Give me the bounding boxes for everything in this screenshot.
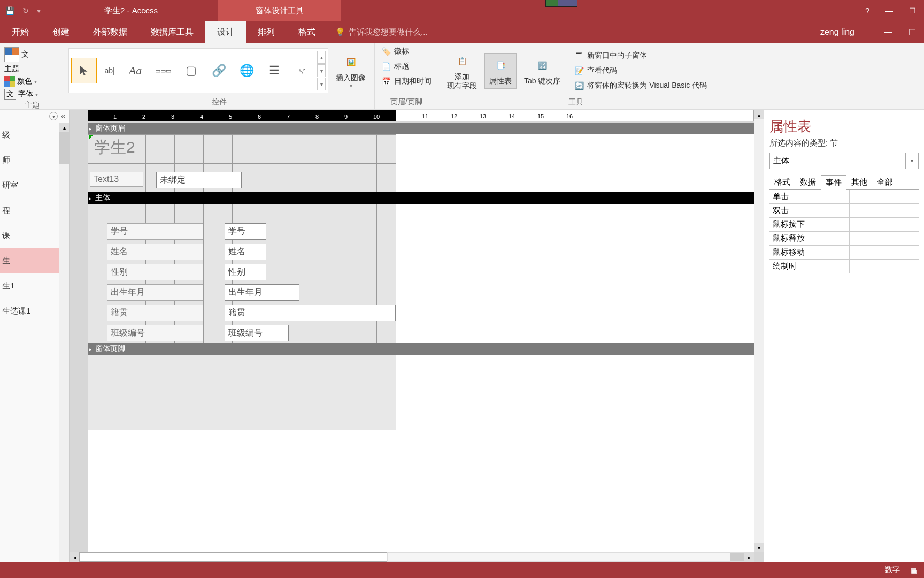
- gallery-webbrowser[interactable]: 🌐: [234, 58, 259, 83]
- nav-item[interactable]: 生: [0, 248, 69, 273]
- nav-item[interactable]: 生1: [0, 273, 69, 299]
- hscroll-track[interactable]: [387, 552, 744, 562]
- gallery-tab[interactable]: ▢: [178, 58, 204, 83]
- tab-arrange[interactable]: 排列: [246, 21, 287, 43]
- field-label[interactable]: 学号: [107, 223, 203, 240]
- field-label[interactable]: 性别: [107, 264, 203, 280]
- tab-start[interactable]: 开始: [0, 21, 41, 43]
- field-label[interactable]: 班级编号: [107, 325, 203, 341]
- view-code-button[interactable]: 📝查看代码: [572, 64, 709, 77]
- text13-label[interactable]: Text13: [90, 172, 143, 187]
- gallery-scroll-up[interactable]: ▴: [317, 51, 326, 64]
- colors-button[interactable]: 颜色▾: [4, 76, 37, 87]
- logo-button[interactable]: 🏷️徽标: [379, 45, 411, 58]
- form-canvas[interactable]: 窗体页眉 学生2 Text13 未绑定 主体 学号学号姓名姓名性别性别出生年月出…: [88, 123, 754, 552]
- nav-item[interactable]: 程: [0, 198, 69, 223]
- ribbon-restore-icon[interactable]: ☐: [908, 27, 916, 37]
- vscroll-down[interactable]: ▾: [754, 543, 764, 552]
- tab-format[interactable]: 格式: [287, 21, 327, 43]
- form-footer-section[interactable]: [88, 355, 396, 430]
- field-textbox[interactable]: 姓名: [225, 244, 266, 260]
- property-value[interactable]: [850, 218, 919, 231]
- field-label[interactable]: 姓名: [107, 244, 203, 260]
- prop-tab-all[interactable]: 全部: [872, 174, 898, 189]
- tab-database-tools[interactable]: 数据库工具: [139, 21, 205, 43]
- gallery-textbox[interactable]: ab|: [99, 58, 120, 83]
- property-selector-dropdown[interactable]: ▾: [906, 153, 919, 169]
- section-bar-header[interactable]: 窗体页眉: [88, 123, 754, 134]
- tab-order-button[interactable]: 🔢 Tab 键次序: [520, 54, 565, 88]
- form-header-section[interactable]: 学生2 Text13 未绑定: [88, 134, 396, 192]
- hscroll-thumb[interactable]: [730, 553, 744, 561]
- fonts-button[interactable]: 文 字体▾: [4, 89, 38, 100]
- property-value[interactable]: [850, 260, 919, 273]
- help-icon[interactable]: ?: [865, 6, 869, 15]
- subform-new-button[interactable]: 🗔新窗口中的子窗体: [572, 49, 709, 62]
- property-object-selector[interactable]: [769, 153, 906, 169]
- form-title-label[interactable]: 学生2: [91, 136, 138, 158]
- section-bar-detail[interactable]: 主体: [88, 192, 754, 204]
- gallery-select-tool[interactable]: [71, 58, 97, 83]
- field-textbox[interactable]: 性别: [225, 264, 266, 280]
- section-bar-footer[interactable]: 窗体页脚: [88, 343, 754, 355]
- field-label[interactable]: 籍贯: [107, 305, 203, 321]
- qat-more-icon[interactable]: ▾: [37, 6, 41, 15]
- field-textbox[interactable]: 学号: [225, 223, 266, 240]
- horizontal-scrollbar[interactable]: ◂ ▸: [70, 552, 754, 562]
- insert-image-button[interactable]: 🖼️ 插入图像 ▾: [332, 50, 370, 91]
- minimize-icon[interactable]: —: [886, 6, 893, 15]
- tab-design[interactable]: 设计: [205, 21, 246, 43]
- nav-item[interactable]: 生选课1: [0, 299, 69, 324]
- gallery-hyperlink[interactable]: 🔗: [206, 58, 232, 83]
- prop-tab-event[interactable]: 事件: [821, 175, 846, 190]
- gallery-navigation[interactable]: ☰: [261, 58, 287, 83]
- vscroll-up[interactable]: ▴: [754, 110, 764, 119]
- nav-scrollbar[interactable]: ▴: [59, 123, 69, 562]
- form-detail-section[interactable]: 学号学号姓名姓名性别性别出生年月出生年月籍贯籍贯班级编号班级编号: [88, 204, 396, 343]
- nav-scroll-up[interactable]: ▴: [59, 123, 69, 132]
- date-time-button[interactable]: 📅日期和时间: [379, 75, 434, 88]
- tab-external-data[interactable]: 外部数据: [81, 21, 139, 43]
- convert-macro-button[interactable]: 🔄将窗体的宏转换为 Visual Basic 代码: [572, 79, 709, 92]
- hscroll-left[interactable]: ◂: [70, 552, 79, 562]
- gallery-label[interactable]: Aa: [122, 58, 148, 83]
- save-icon[interactable]: 💾: [5, 6, 14, 15]
- prop-tab-format[interactable]: 格式: [769, 174, 795, 189]
- user-name[interactable]: zeng ling: [820, 21, 854, 43]
- field-textbox[interactable]: 班级编号: [225, 325, 289, 341]
- gallery-more[interactable]: ▾: [317, 78, 326, 90]
- nav-item[interactable]: 课: [0, 223, 69, 248]
- horizontal-ruler[interactable]: 111213141516: [396, 110, 754, 121]
- gallery-button[interactable]: ▭▭▭: [150, 58, 176, 83]
- add-fields-button[interactable]: 📋 添加 现有字段: [443, 49, 481, 93]
- nav-scroll-thumb[interactable]: [59, 132, 69, 164]
- nav-item[interactable]: 级: [0, 123, 69, 148]
- redo-icon[interactable]: ↻: [22, 6, 29, 15]
- themes-button[interactable]: 文: [4, 47, 29, 62]
- prop-tab-data[interactable]: 数据: [795, 174, 821, 189]
- property-value[interactable]: [850, 246, 919, 259]
- tab-create[interactable]: 创建: [41, 21, 81, 43]
- view-switcher-icon[interactable]: ▦: [911, 566, 918, 574]
- field-label[interactable]: 出生年月: [107, 284, 203, 301]
- title-button[interactable]: 📄标题: [379, 60, 411, 73]
- property-value[interactable]: [850, 204, 919, 217]
- nav-collapse-icon[interactable]: «: [61, 111, 66, 121]
- field-textbox[interactable]: 籍贯: [225, 305, 396, 321]
- nav-item[interactable]: 研室: [0, 173, 69, 198]
- hscroll-selected-track[interactable]: [79, 552, 387, 562]
- gallery-optiongroup[interactable]: ᵡᵧᶻ: [289, 58, 315, 83]
- tell-me-input[interactable]: 告诉我您想要做什么...: [335, 21, 428, 43]
- property-sheet-button[interactable]: 📑 属性表: [484, 53, 517, 89]
- nav-item[interactable]: 师: [0, 148, 69, 173]
- property-value[interactable]: [850, 190, 919, 203]
- vertical-scrollbar[interactable]: ▴ ▾: [754, 110, 764, 552]
- gallery-scroll-down[interactable]: ▾: [317, 64, 326, 77]
- ribbon-collapse-icon[interactable]: —: [884, 27, 892, 37]
- text13-textbox[interactable]: 未绑定: [156, 172, 242, 188]
- maximize-icon[interactable]: ☐: [909, 6, 916, 15]
- field-textbox[interactable]: 出生年月: [225, 284, 299, 301]
- hscroll-right[interactable]: ▸: [744, 552, 754, 562]
- property-value[interactable]: [850, 232, 919, 245]
- prop-tab-other[interactable]: 其他: [846, 174, 872, 189]
